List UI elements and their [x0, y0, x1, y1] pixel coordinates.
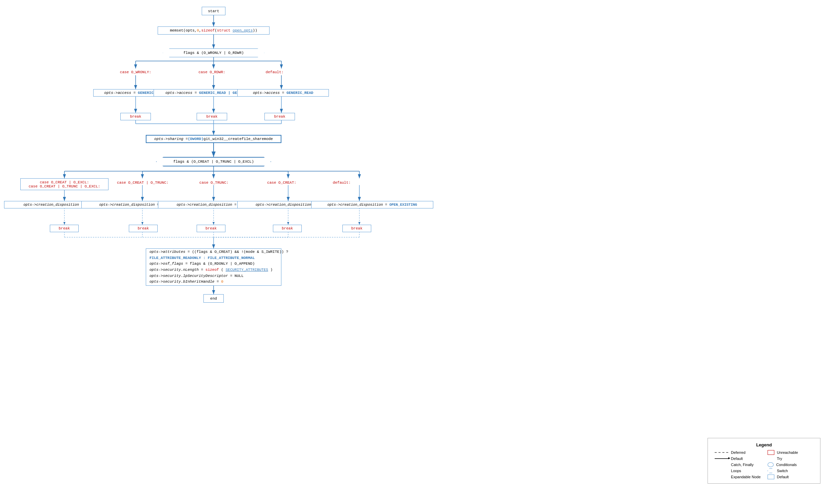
- node-default2: default:: [325, 179, 359, 186]
- legend-item-unreachable: Unreachable: [768, 450, 813, 455]
- legend-try-icon: [768, 456, 774, 461]
- legend-item-empty2: Loops: [715, 468, 760, 473]
- node-flags1: flags & (O_WRONLY | O_RDWR): [163, 48, 264, 57]
- legend-item-deferred: Deferred: [715, 450, 760, 455]
- node-case-creat: case O_CREAT:: [251, 179, 312, 186]
- legend-grid: Deferred Unreachable Default Try Catch, …: [715, 450, 813, 479]
- node-break8: break: [342, 225, 371, 232]
- node-break1: break: [120, 113, 151, 120]
- node-case-wronly: case O_WRONLY:: [115, 68, 156, 76]
- node-break2: break: [197, 113, 227, 120]
- legend-switch-icon: [768, 468, 774, 473]
- legend-item-switch: Switch: [768, 468, 813, 473]
- node-opts-attrs: opts->attributes = ((flags & O_CREAT) &&…: [146, 248, 281, 286]
- legend-item-try: Try: [768, 456, 813, 461]
- node-memset: memset(opts, 0 , sizeof ( struct open_op…: [158, 26, 270, 35]
- legend-item-empty3: Expandable Node: [715, 475, 760, 479]
- node-open-existing: opts->creation_disposition = OPEN_EXISTI…: [311, 201, 433, 208]
- legend-title: Legend: [715, 442, 813, 447]
- legend-default2-icon: [768, 475, 774, 479]
- node-case-creat-excl: case O_CREAT | O_EXCL: case O_CREAT | O_…: [20, 178, 108, 190]
- node-default1: default:: [261, 68, 288, 76]
- node-break3: break: [264, 113, 295, 120]
- legend-unreachable-icon: [768, 450, 774, 455]
- legend-item-empty1: Catch, Finally: [715, 462, 760, 467]
- legend-conditionals-icon: [768, 462, 774, 467]
- node-break6: break: [197, 225, 225, 232]
- node-break4: break: [50, 225, 79, 232]
- node-end: end: [203, 294, 224, 303]
- node-break5: break: [129, 225, 158, 232]
- node-opts-sharing: opts->sharing = (DWORD) git_win32__creat…: [146, 135, 281, 143]
- node-opts-read: opts->access = GENERIC_READ: [237, 89, 329, 97]
- node-start: start: [202, 7, 225, 15]
- diagram-container: start memset(opts, 0 , sizeof ( struct o…: [0, 0, 834, 504]
- legend-item-default: Default: [715, 456, 760, 461]
- node-break7: break: [273, 225, 302, 232]
- node-flags2: flags & (O_CREAT | O_TRUNC | O_EXCL): [156, 157, 271, 166]
- legend-solid-icon: [715, 458, 728, 459]
- legend-item-conditionals: Conditionals: [768, 462, 813, 467]
- legend: Legend Deferred Unreachable Default Try: [708, 438, 820, 484]
- legend-item-default2: Default: [768, 475, 813, 479]
- node-case-rdwr: case O_RDWR:: [192, 68, 232, 76]
- node-case-creat-trunc: case O_CREAT | O_TRUNC:: [107, 179, 178, 186]
- node-case-trunc: case O_TRUNC:: [183, 179, 244, 186]
- legend-dashed-icon: [715, 452, 728, 453]
